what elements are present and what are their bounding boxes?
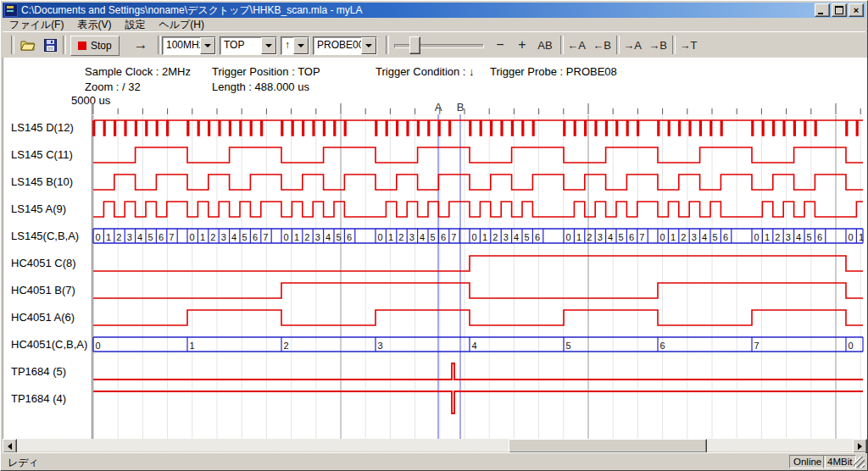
open-file-button[interactable] [18,36,38,54]
scroll-left-button[interactable] [3,439,17,453]
mylA-window: { "window": { "title": "C:\\Documents an… [0,0,868,471]
goto-a-right-button[interactable]: →A [621,36,643,54]
goto-trigger-button[interactable]: →T [677,36,699,54]
ls145-bus-value: 4 [137,232,142,242]
ls145-bus-value: 6 [159,232,164,242]
ls145-bus-value: 0 [284,232,289,242]
trigger-probe-combobox[interactable]: PROBE00 [313,36,377,55]
ls145-bus-value: 1 [576,232,581,242]
minimize-icon [818,13,823,14]
ls145-bus-value: 0 [849,232,854,242]
ls145-bus-value: 4 [420,232,425,242]
waveform-trace [93,147,863,163]
ls145-bus-value: 7 [263,232,268,242]
ls145-bus-value: 1 [106,232,111,242]
menu-view[interactable]: 表示(V) [70,17,118,33]
stop-button[interactable]: Stop [70,36,120,56]
window-title: C:\Documents and Settings\noname\デスクトップ\… [21,3,815,18]
trigger-position-combobox[interactable]: TOP [220,36,277,55]
goto-b-right-button[interactable]: →B [647,36,669,54]
open-folder-icon [20,39,36,51]
menu-file[interactable]: ファイル(F) [3,17,70,33]
ls145-bus-value: 3 [315,232,320,242]
clock-combobox[interactable]: 100MHz [162,36,216,55]
toolbar-separator [63,36,66,54]
toolbar-separator [386,36,389,54]
ls145-bus-value: 6 [441,232,446,242]
run-button[interactable]: → [128,36,153,54]
ls145-bus-value: 6 [535,232,540,242]
save-button[interactable] [40,36,60,54]
ab-button[interactable]: AB [535,36,555,54]
ls145-bus-value: 5 [619,232,624,242]
ls145-bus-value: 1 [765,232,770,242]
cursor-label-a: A [435,101,442,114]
menu-help[interactable]: ヘルプ(H) [152,17,211,33]
ls145-bus-value: 2 [681,232,686,242]
ls145-bus-value: 7 [639,232,644,242]
app-icon[interactable] [4,3,18,17]
ls145-bus-value: 4 [231,232,236,242]
ls145-bus-value: 5 [713,232,718,242]
ls145-bus-value: 0 [660,232,665,242]
ls145-bus-value: 5 [431,232,436,242]
ls145-bus-value: 3 [409,232,415,242]
ls145-bus-value: 2 [775,232,780,242]
ls145-bus-value: 2 [210,232,215,242]
close-icon: × [854,5,859,16]
status-ready: レディ [8,456,39,470]
close-button[interactable]: × [849,3,864,17]
chevron-down-icon[interactable] [293,37,309,54]
stop-label: Stop [91,40,112,52]
trigger-edge-combobox[interactable]: ↑ [281,36,309,55]
cursor-label-b: B [457,101,465,114]
ls145-bus-value: 1 [482,232,487,242]
menu-settings[interactable]: 設定 [118,17,152,33]
waveform-trace-pulse [93,391,863,413]
waveform-plot[interactable]: AB01234567012345670123456012345670123456… [0,58,868,439]
resize-grip[interactable] [854,457,865,468]
ls145-bus-value: 2 [304,232,309,242]
hc4051-bus-value: 6 [660,341,665,351]
title-bar: C:\Documents and Settings\noname\デスクトップ\… [3,3,865,18]
chevron-down-icon[interactable] [361,37,376,54]
ls145-bus-value: 5 [525,232,530,242]
save-floppy-icon [44,39,57,52]
horizontal-scrollbar[interactable] [3,439,865,452]
waveform-trace [93,283,863,298]
trigger-edge-value: ↑ [281,37,293,54]
chevron-down-icon[interactable] [261,37,276,54]
toolbar-separator [560,36,564,54]
menu-bar: ファイル(F) 表示(V) 設定 ヘルプ(H) [3,18,865,31]
ls145-bus-value: 0 [754,232,760,242]
toolbar-separator [158,36,161,54]
ls145-bus-value: 5 [242,232,248,242]
scroll-right-button[interactable] [853,439,867,453]
waveform-trace [93,310,863,325]
hc4051-bus-value: 2 [284,341,289,351]
zoom-out-button[interactable]: − [492,36,508,54]
chevron-down-icon[interactable] [200,37,215,54]
ls145-bus-value: 1 [294,232,299,242]
ls145-bus-value: 2 [587,232,592,242]
scrollbar-thumb[interactable] [509,439,707,453]
ls145-bus-value: 0 [190,232,195,242]
hc4051-bus-value: 4 [472,341,477,351]
goto-a-left-button[interactable]: ←A [565,36,587,54]
ls145-bus-value: 0 [472,232,477,242]
toolbar-separator [11,36,14,54]
slider-track[interactable] [394,44,484,48]
minimize-button[interactable] [815,3,830,17]
zoom-in-button[interactable]: + [515,36,530,54]
ls145-bus-value: 1 [670,232,676,242]
zoom-slider[interactable] [394,36,484,54]
ls145-bus-value: 3 [221,232,226,242]
hc4051-bus-value: 3 [378,341,383,351]
ls145-bus-value: 4 [796,232,801,242]
toolbar: Stop → 100MHz TOP ↑ PROBE00 − + AB ←A ←B… [3,31,865,58]
goto-b-left-button[interactable]: ←B [591,36,613,54]
slider-thumb[interactable] [409,36,420,54]
hc4051-bus-value: 0 [96,341,101,351]
maximize-button[interactable] [832,3,847,17]
status-bar: レディ Online 4MBit [3,452,865,469]
